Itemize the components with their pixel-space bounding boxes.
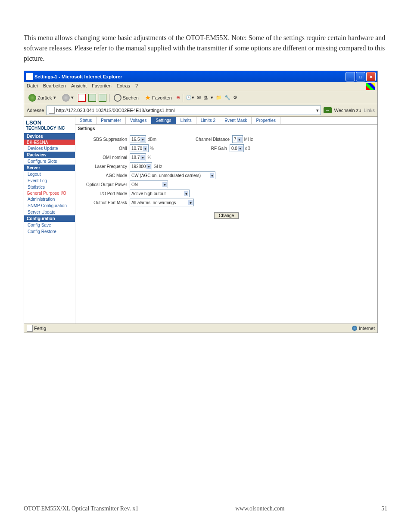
omi-select[interactable]: 10.70 bbox=[130, 144, 149, 152]
sbs-unit: dBm bbox=[147, 137, 156, 142]
tab-settings[interactable]: Settings bbox=[151, 117, 176, 124]
address-label: Adresse bbox=[27, 108, 44, 113]
stop-icon[interactable] bbox=[78, 94, 86, 102]
content-area: LSON TECHNOLOGY INC Devices BK-ES1NA Dev… bbox=[24, 117, 377, 324]
footer-page-number: 51 bbox=[381, 505, 387, 512]
body-paragraph: This menu allows changing some basic adj… bbox=[24, 33, 387, 64]
chevron-down-icon[interactable]: ▾ bbox=[316, 108, 319, 113]
menubar: Datei Bearbeiten Ansicht Favoriten Extra… bbox=[24, 82, 377, 91]
refresh-icon[interactable] bbox=[88, 94, 96, 102]
omi-unit: % bbox=[150, 146, 154, 151]
nav-statistics[interactable]: Statistics bbox=[24, 184, 75, 190]
go-button[interactable]: → bbox=[324, 107, 332, 113]
menu-favoriten[interactable]: Favoriten bbox=[92, 83, 112, 90]
close-button[interactable]: ✕ bbox=[366, 72, 376, 81]
ie-icon bbox=[26, 73, 33, 80]
nav-eventlog[interactable]: Event Log bbox=[24, 177, 75, 184]
footer-center: www.olsontech.com bbox=[235, 505, 284, 512]
menu-datei[interactable]: Datei bbox=[27, 83, 38, 90]
tabs: Status Parameter Voltages Settings Limit… bbox=[75, 117, 377, 124]
chevron-down-icon: ▾ bbox=[53, 95, 56, 100]
form-area: SBS Suppression 16.5 dBm Channel Distanc… bbox=[75, 133, 377, 221]
tab-limits[interactable]: Limits bbox=[176, 117, 196, 124]
tab-properties[interactable]: Properties bbox=[252, 117, 280, 124]
nav-config-restore[interactable]: Config Restore bbox=[24, 228, 75, 235]
tab-eventmask[interactable]: Event Mask bbox=[220, 117, 252, 124]
chevron-down-icon: ▾ bbox=[71, 95, 74, 100]
omi-label: OMI bbox=[80, 146, 130, 151]
page-icon bbox=[27, 325, 33, 332]
nav-administration[interactable]: Administration bbox=[24, 196, 75, 202]
nav-header-server: Server bbox=[24, 165, 75, 171]
tab-status[interactable]: Status bbox=[75, 117, 97, 124]
search-button[interactable]: Suchen bbox=[112, 93, 140, 103]
io-label: I/O Port Mode bbox=[80, 191, 130, 196]
tab-limits2[interactable]: Limits 2 bbox=[196, 117, 220, 124]
search-icon bbox=[114, 94, 121, 102]
back-button[interactable]: Zurück ▾ bbox=[27, 93, 58, 103]
nav-config-save[interactable]: Config Save bbox=[24, 222, 75, 228]
address-input[interactable]: http://172.023.041.103/US/00C02EE4E18/se… bbox=[47, 106, 321, 115]
laser-select[interactable]: 192800 bbox=[130, 162, 152, 170]
tab-parameter[interactable]: Parameter bbox=[97, 117, 126, 124]
nav-gpio[interactable]: General Purpose I/O bbox=[24, 190, 75, 196]
omin-select[interactable]: 18.7 bbox=[130, 153, 146, 161]
star-icon: ★ bbox=[145, 93, 151, 102]
maximize-button[interactable]: □ bbox=[356, 72, 365, 81]
page-footer: OTOT-EM55X/XL Optical Transmitter Rev. x… bbox=[24, 505, 387, 512]
io-select[interactable]: Active high output bbox=[130, 190, 190, 197]
nav-devices-update[interactable]: Devices Update bbox=[24, 145, 75, 152]
nav-header-devices: Devices bbox=[24, 133, 75, 140]
links-label[interactable]: Links bbox=[364, 108, 375, 113]
print-icon[interactable]: 🖶 bbox=[203, 95, 208, 100]
omin-unit: % bbox=[147, 155, 151, 160]
page-icon bbox=[49, 107, 55, 114]
mail-icon[interactable]: ✉ bbox=[197, 95, 201, 100]
favorites-button[interactable]: ★ Favoriten bbox=[143, 93, 174, 103]
rfgain-select[interactable]: 0.0 bbox=[230, 144, 244, 152]
menu-bearbeiten[interactable]: Bearbeiten bbox=[43, 83, 66, 90]
minimize-button[interactable]: _ bbox=[346, 72, 355, 81]
window-titlebar: Settings-1 - Microsoft Internet Explorer… bbox=[24, 71, 377, 82]
sbs-select[interactable]: 16.5 bbox=[130, 135, 146, 143]
media-icon[interactable]: ⊕ bbox=[176, 95, 180, 100]
logo: LSON TECHNOLOGY INC bbox=[24, 117, 75, 133]
nav-snmp[interactable]: SNMP Configuration bbox=[24, 202, 75, 209]
tab-voltages[interactable]: Voltages bbox=[126, 117, 151, 124]
folder-icon[interactable]: 📁 bbox=[216, 95, 222, 100]
cd-unit: MHz bbox=[244, 137, 253, 142]
mask-label: Output Port Mask bbox=[80, 200, 130, 205]
statusbar: Fertig Internet bbox=[24, 324, 377, 333]
nav-configure-slots[interactable]: Configure Slots bbox=[24, 158, 75, 165]
rfgain-label: RF Gain bbox=[188, 146, 230, 151]
oop-select[interactable]: ON bbox=[130, 180, 168, 188]
agc-select[interactable]: CW (AGC on, unmodulated carriers) bbox=[130, 171, 215, 179]
cd-select[interactable]: 7 bbox=[232, 135, 243, 143]
rfgain-unit: dB bbox=[245, 146, 250, 151]
search-label: Suchen bbox=[123, 95, 139, 100]
nav-logout[interactable]: Logout bbox=[24, 171, 75, 177]
menu-hilfe[interactable]: ? bbox=[135, 83, 138, 90]
history-icon[interactable]: 🕓▾ bbox=[186, 95, 194, 100]
nav-server-update[interactable]: Server Update bbox=[24, 209, 75, 215]
favorites-label: Favoriten bbox=[152, 95, 172, 100]
forward-icon bbox=[62, 94, 70, 102]
tool-icon[interactable]: 🔧 bbox=[224, 95, 230, 100]
edit-icon[interactable]: ▾ bbox=[211, 95, 213, 100]
change-button[interactable]: Change bbox=[214, 212, 239, 219]
addressbar: Adresse http://172.023.041.103/US/00C02E… bbox=[24, 104, 377, 117]
address-url: http://172.023.041.103/US/00C02EE4E18/se… bbox=[56, 108, 174, 113]
menu-extras[interactable]: Extras bbox=[117, 83, 130, 90]
nav-bk-es1na[interactable]: BK-ES1NA bbox=[24, 140, 75, 145]
home-icon[interactable] bbox=[99, 94, 106, 102]
tool2-icon[interactable]: ⚙ bbox=[233, 95, 237, 100]
sbs-label: SBS Suppression bbox=[80, 137, 130, 142]
mask-select[interactable]: All alarms, no warnings bbox=[130, 199, 194, 206]
sidebar: LSON TECHNOLOGY INC Devices BK-ES1NA Dev… bbox=[24, 117, 75, 324]
status-internet: Internet bbox=[359, 326, 375, 331]
forward-button[interactable]: ▾ bbox=[60, 93, 75, 103]
internet-icon bbox=[352, 326, 357, 331]
cd-label: Channel Distance bbox=[191, 137, 232, 142]
menu-ansicht[interactable]: Ansicht bbox=[71, 83, 87, 90]
status-fertig: Fertig bbox=[34, 326, 46, 331]
